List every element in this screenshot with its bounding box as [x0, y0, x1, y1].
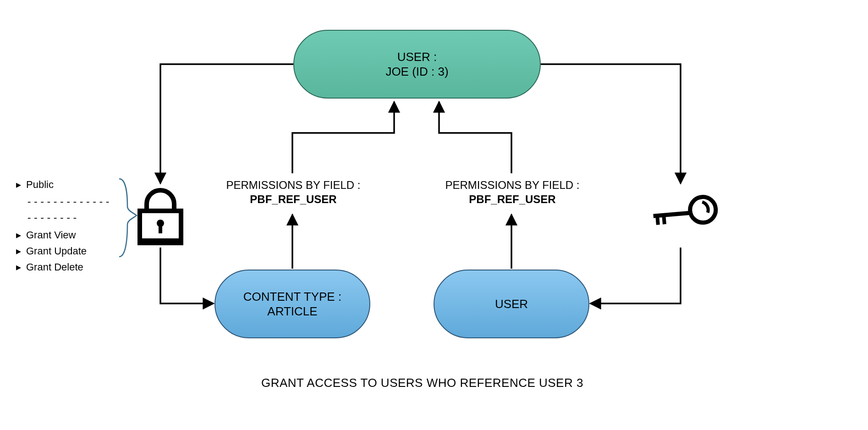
node-user-entity: USER [434, 270, 589, 338]
svg-rect-3 [159, 225, 162, 233]
svg-rect-0 [140, 211, 181, 243]
perm-left-line1: PERMISSIONS BY FIELD : [211, 178, 376, 192]
perm-right-line2: PBF_REF_USER [430, 192, 595, 206]
legend-item-public: Public [16, 176, 117, 193]
legend-brace [119, 179, 137, 257]
edge-label-permissions-right: PERMISSIONS BY FIELD : PBF_REF_USER [430, 178, 595, 206]
node-content-type-article: CONTENT TYPE : ARTICLE [214, 270, 370, 338]
arrow-user-to-key [541, 64, 681, 183]
svg-point-4 [685, 192, 721, 228]
edge-label-permissions-left: PERMISSIONS BY FIELD : PBF_REF_USER [211, 178, 376, 206]
lock-icon [140, 190, 181, 244]
diagram-caption: GRANT ACCESS TO USERS WHO REFERENCE USER… [261, 376, 583, 390]
key-icon [651, 178, 721, 249]
perm-right-line1: PERMISSIONS BY FIELD : [430, 178, 595, 192]
node-user-joe-line1: USER : [397, 50, 437, 65]
arrow-perm-right-to-user [439, 102, 511, 173]
arrow-user-to-lock [160, 64, 293, 183]
legend-separator: --------------------- [26, 193, 117, 226]
legend-item-grant-update: Grant Update [16, 243, 117, 259]
node-content-type-line1: CONTENT TYPE : [243, 289, 341, 304]
legend-item-grant-delete: Grant Delete [16, 259, 117, 275]
arrow-lock-to-content-type [160, 248, 214, 303]
arrow-key-to-user-entity [590, 248, 681, 303]
svg-point-2 [157, 220, 164, 227]
node-content-type-line2: ARTICLE [267, 304, 317, 319]
legend-item-grant-view: Grant View [16, 227, 117, 243]
arrow-perm-left-to-user [292, 102, 394, 173]
node-user-joe: USER : JOE (ID : 3) [293, 30, 541, 99]
node-user-entity-label: USER [495, 297, 528, 312]
perm-left-line2: PBF_REF_USER [211, 192, 376, 206]
svg-rect-1 [140, 238, 181, 244]
diagram-canvas: USER : JOE (ID : 3) CONTENT TYPE : ARTIC… [0, 0, 868, 430]
node-user-joe-line2: JOE (ID : 3) [385, 64, 448, 79]
legend-permissions: Public --------------------- Grant View … [16, 176, 117, 275]
